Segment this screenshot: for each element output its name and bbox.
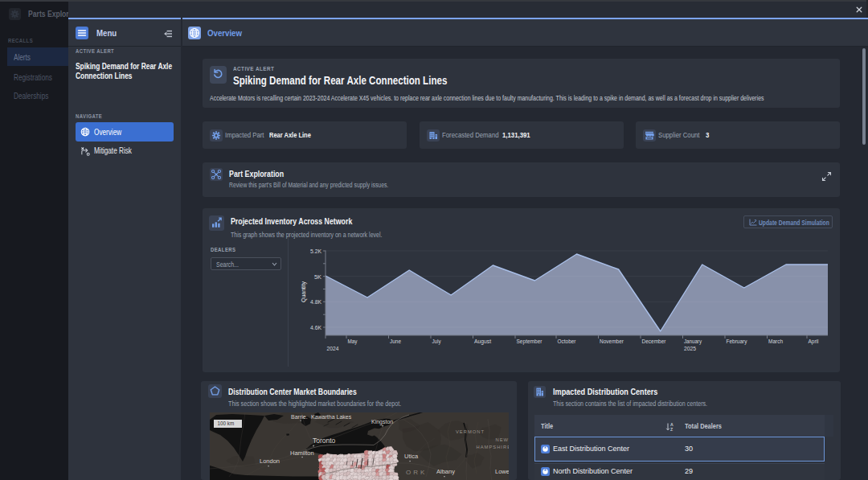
svg-text:May: May: [348, 338, 358, 345]
svg-text:July: July: [432, 338, 441, 345]
svg-text:February: February: [727, 338, 747, 345]
svg-text:4.6K: 4.6K: [310, 324, 322, 331]
svg-text:September: September: [517, 338, 542, 345]
svg-text:August: August: [474, 338, 492, 345]
svg-text:4.8K: 4.8K: [310, 298, 322, 306]
svg-text:2025: 2025: [684, 345, 696, 352]
svg-text:2024: 2024: [327, 345, 339, 352]
svg-text:Toronto: Toronto: [313, 437, 336, 445]
svg-text:Utica: Utica: [404, 453, 419, 460]
svg-text:HAMPSHIRE: HAMPSHIRE: [477, 445, 509, 449]
svg-text:ORK: ORK: [406, 469, 427, 476]
svg-text:VERMONT: VERMONT: [456, 429, 485, 434]
svg-text:Hamilton: Hamilton: [290, 449, 314, 457]
svg-text:March: March: [768, 338, 783, 345]
svg-text:5K: 5K: [314, 273, 322, 281]
svg-text:Kingston: Kingston: [371, 419, 393, 425]
svg-text:November: November: [600, 338, 624, 345]
svg-text:Lowe: Lowe: [495, 468, 509, 475]
svg-text:Z: Z: [670, 427, 674, 432]
svg-text:NEW: NEW: [495, 437, 509, 442]
svg-text:London: London: [260, 457, 280, 465]
svg-text:June: June: [390, 338, 401, 345]
svg-text:January: January: [684, 338, 702, 345]
svg-text:April: April: [809, 338, 819, 345]
svg-text:Quantity: Quantity: [300, 281, 307, 302]
svg-text:Kawartha Lakes: Kawartha Lakes: [311, 414, 352, 420]
svg-text:100 km: 100 km: [218, 421, 235, 426]
svg-text:December: December: [642, 338, 666, 345]
svg-text:Barrie.: Barrie.: [291, 414, 308, 420]
svg-text:Albany: Albany: [436, 468, 455, 475]
svg-text:5.2K: 5.2K: [310, 248, 322, 255]
svg-text:October: October: [558, 338, 576, 345]
